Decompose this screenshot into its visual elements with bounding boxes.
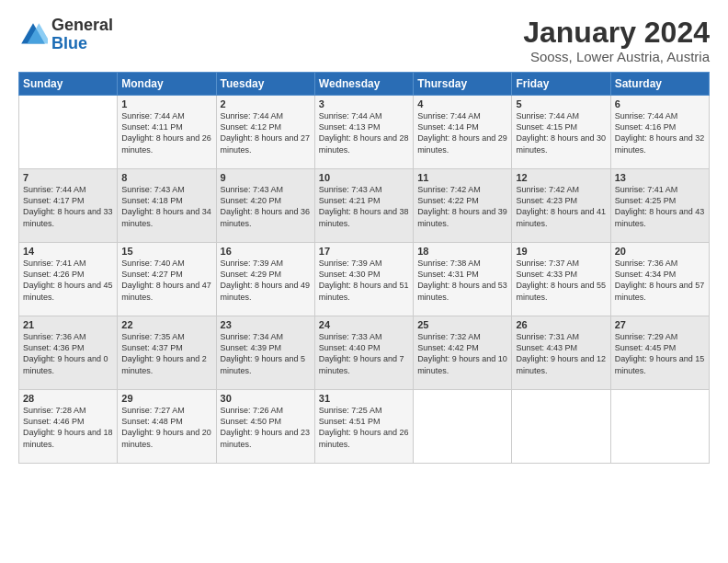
- calendar-cell: 2Sunrise: 7:44 AMSunset: 4:12 PMDaylight…: [216, 96, 314, 169]
- calendar-cell: 17Sunrise: 7:39 AMSunset: 4:30 PMDayligh…: [314, 243, 413, 316]
- calendar-cell: 11Sunrise: 7:42 AMSunset: 4:22 PMDayligh…: [414, 169, 512, 243]
- day-info: Sunrise: 7:42 AMSunset: 4:22 PMDaylight:…: [417, 184, 507, 229]
- header: General Blue January 2024 Sooss, Lower A…: [18, 17, 710, 64]
- day-number: 28: [23, 393, 113, 404]
- day-info: Sunrise: 7:44 AMSunset: 4:17 PMDaylight:…: [23, 184, 113, 229]
- day-number: 5: [516, 98, 606, 109]
- header-saturday: Saturday: [610, 73, 709, 96]
- day-number: 21: [23, 319, 113, 330]
- day-number: 19: [516, 246, 606, 257]
- day-number: 2: [221, 98, 311, 109]
- day-number: 22: [121, 319, 211, 330]
- logo-line2: Blue: [51, 34, 87, 52]
- calendar-cell: 31Sunrise: 7:25 AMSunset: 4:51 PMDayligh…: [314, 390, 413, 464]
- calendar-week-3: 14Sunrise: 7:41 AMSunset: 4:26 PMDayligh…: [19, 243, 710, 316]
- calendar-cell: 12Sunrise: 7:42 AMSunset: 4:23 PMDayligh…: [512, 169, 610, 243]
- day-number: 26: [516, 319, 606, 330]
- day-number: 24: [319, 319, 409, 330]
- day-number: 16: [221, 246, 311, 257]
- day-info: Sunrise: 7:34 AMSunset: 4:39 PMDaylight:…: [221, 331, 311, 376]
- day-info: Sunrise: 7:39 AMSunset: 4:29 PMDaylight:…: [221, 258, 311, 303]
- day-info: Sunrise: 7:31 AMSunset: 4:43 PMDaylight:…: [516, 331, 606, 376]
- day-number: 20: [615, 246, 705, 257]
- calendar-cell: 13Sunrise: 7:41 AMSunset: 4:25 PMDayligh…: [610, 169, 709, 243]
- calendar-cell: 4Sunrise: 7:44 AMSunset: 4:14 PMDaylight…: [414, 96, 512, 169]
- logo-line1: General: [51, 16, 113, 34]
- day-info: Sunrise: 7:43 AMSunset: 4:18 PMDaylight:…: [121, 184, 211, 229]
- day-number: 1: [121, 98, 211, 109]
- calendar-cell: 27Sunrise: 7:29 AMSunset: 4:45 PMDayligh…: [610, 316, 709, 390]
- calendar-cell: [19, 96, 118, 169]
- calendar-cell: 20Sunrise: 7:36 AMSunset: 4:34 PMDayligh…: [610, 243, 709, 316]
- title-area: January 2024 Sooss, Lower Austria, Austr…: [523, 17, 710, 64]
- header-wednesday: Wednesday: [314, 73, 413, 96]
- day-number: 29: [121, 393, 211, 404]
- day-info: Sunrise: 7:32 AMSunset: 4:42 PMDaylight:…: [417, 331, 507, 376]
- calendar-cell: 21Sunrise: 7:36 AMSunset: 4:36 PMDayligh…: [19, 316, 118, 390]
- calendar-cell: 30Sunrise: 7:26 AMSunset: 4:50 PMDayligh…: [216, 390, 314, 464]
- calendar-cell: 5Sunrise: 7:44 AMSunset: 4:15 PMDaylight…: [512, 96, 610, 169]
- day-info: Sunrise: 7:27 AMSunset: 4:48 PMDaylight:…: [121, 405, 211, 450]
- day-info: Sunrise: 7:44 AMSunset: 4:11 PMDaylight:…: [121, 110, 211, 155]
- calendar-cell: 28Sunrise: 7:28 AMSunset: 4:46 PMDayligh…: [19, 390, 118, 464]
- weekday-header-row: Sunday Monday Tuesday Wednesday Thursday…: [19, 73, 710, 96]
- calendar-cell: 9Sunrise: 7:43 AMSunset: 4:20 PMDaylight…: [216, 169, 314, 243]
- logo-icon: [18, 20, 48, 50]
- calendar-cell: [414, 390, 512, 464]
- day-info: Sunrise: 7:43 AMSunset: 4:20 PMDaylight:…: [221, 184, 311, 229]
- day-info: Sunrise: 7:37 AMSunset: 4:33 PMDaylight:…: [516, 258, 606, 303]
- header-sunday: Sunday: [19, 73, 118, 96]
- page: General Blue January 2024 Sooss, Lower A…: [0, 0, 728, 563]
- calendar-table: Sunday Monday Tuesday Wednesday Thursday…: [18, 72, 710, 464]
- day-info: Sunrise: 7:25 AMSunset: 4:51 PMDaylight:…: [319, 405, 409, 450]
- day-number: 3: [319, 98, 409, 109]
- day-number: 30: [221, 393, 311, 404]
- logo: General Blue: [18, 17, 113, 53]
- calendar-cell: 1Sunrise: 7:44 AMSunset: 4:11 PMDaylight…: [118, 96, 216, 169]
- header-friday: Friday: [512, 73, 610, 96]
- subtitle: Sooss, Lower Austria, Austria: [523, 49, 710, 64]
- calendar-cell: 25Sunrise: 7:32 AMSunset: 4:42 PMDayligh…: [414, 316, 512, 390]
- day-info: Sunrise: 7:36 AMSunset: 4:36 PMDaylight:…: [23, 331, 113, 376]
- day-info: Sunrise: 7:44 AMSunset: 4:12 PMDaylight:…: [221, 110, 311, 155]
- day-info: Sunrise: 7:35 AMSunset: 4:37 PMDaylight:…: [121, 331, 211, 376]
- calendar-week-4: 21Sunrise: 7:36 AMSunset: 4:36 PMDayligh…: [19, 316, 710, 390]
- day-number: 14: [23, 246, 113, 257]
- calendar-cell: [610, 390, 709, 464]
- header-tuesday: Tuesday: [216, 73, 314, 96]
- day-info: Sunrise: 7:43 AMSunset: 4:21 PMDaylight:…: [319, 184, 409, 229]
- calendar-cell: 6Sunrise: 7:44 AMSunset: 4:16 PMDaylight…: [610, 96, 709, 169]
- day-number: 23: [221, 319, 311, 330]
- day-number: 31: [319, 393, 409, 404]
- calendar-cell: 22Sunrise: 7:35 AMSunset: 4:37 PMDayligh…: [118, 316, 216, 390]
- day-info: Sunrise: 7:44 AMSunset: 4:15 PMDaylight:…: [516, 110, 606, 155]
- day-number: 11: [417, 172, 507, 183]
- header-thursday: Thursday: [414, 73, 512, 96]
- day-number: 13: [615, 172, 705, 183]
- calendar-cell: 7Sunrise: 7:44 AMSunset: 4:17 PMDaylight…: [19, 169, 118, 243]
- day-number: 8: [121, 172, 211, 183]
- day-info: Sunrise: 7:44 AMSunset: 4:14 PMDaylight:…: [417, 110, 507, 155]
- calendar-cell: 15Sunrise: 7:40 AMSunset: 4:27 PMDayligh…: [118, 243, 216, 316]
- day-info: Sunrise: 7:38 AMSunset: 4:31 PMDaylight:…: [417, 258, 507, 303]
- calendar-cell: 16Sunrise: 7:39 AMSunset: 4:29 PMDayligh…: [216, 243, 314, 316]
- day-info: Sunrise: 7:41 AMSunset: 4:25 PMDaylight:…: [615, 184, 705, 229]
- calendar-cell: 24Sunrise: 7:33 AMSunset: 4:40 PMDayligh…: [314, 316, 413, 390]
- calendar-cell: [512, 390, 610, 464]
- calendar-cell: 3Sunrise: 7:44 AMSunset: 4:13 PMDaylight…: [314, 96, 413, 169]
- calendar-cell: 29Sunrise: 7:27 AMSunset: 4:48 PMDayligh…: [118, 390, 216, 464]
- calendar-week-1: 1Sunrise: 7:44 AMSunset: 4:11 PMDaylight…: [19, 96, 710, 169]
- day-info: Sunrise: 7:29 AMSunset: 4:45 PMDaylight:…: [615, 331, 705, 376]
- day-info: Sunrise: 7:33 AMSunset: 4:40 PMDaylight:…: [319, 331, 409, 376]
- day-info: Sunrise: 7:26 AMSunset: 4:50 PMDaylight:…: [221, 405, 311, 450]
- day-number: 27: [615, 319, 705, 330]
- calendar-cell: 18Sunrise: 7:38 AMSunset: 4:31 PMDayligh…: [414, 243, 512, 316]
- day-number: 17: [319, 246, 409, 257]
- day-number: 9: [221, 172, 311, 183]
- calendar-cell: 26Sunrise: 7:31 AMSunset: 4:43 PMDayligh…: [512, 316, 610, 390]
- day-info: Sunrise: 7:41 AMSunset: 4:26 PMDaylight:…: [23, 258, 113, 303]
- main-title: January 2024: [523, 17, 710, 49]
- day-number: 6: [615, 98, 705, 109]
- calendar-week-5: 28Sunrise: 7:28 AMSunset: 4:46 PMDayligh…: [19, 390, 710, 464]
- calendar-cell: 14Sunrise: 7:41 AMSunset: 4:26 PMDayligh…: [19, 243, 118, 316]
